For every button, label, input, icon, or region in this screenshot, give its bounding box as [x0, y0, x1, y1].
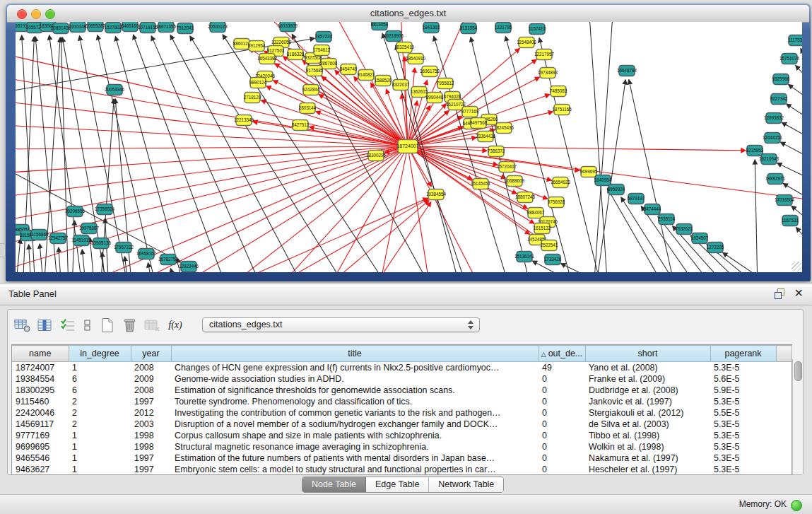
- graph-node[interactable]: 16033809: [278, 22, 298, 32]
- graph-edge[interactable]: [755, 160, 758, 272]
- table-cell[interactable]: 0: [539, 396, 585, 407]
- graph-node[interactable]: 1615132: [534, 223, 551, 234]
- table-cell[interactable]: 0: [539, 373, 585, 385]
- graph-node[interactable]: 1924507: [691, 233, 709, 244]
- table-row[interactable]: 1872400712008Changes of HCN gene express…: [12, 362, 792, 374]
- graph-node[interactable]: 19892971: [765, 174, 786, 185]
- graph-edge[interactable]: [16, 146, 408, 199]
- graph-node[interactable]: 7632621: [676, 224, 693, 235]
- graph-node[interactable]: 16543382: [257, 54, 278, 64]
- table-cell[interactable]: 2012: [131, 407, 171, 419]
- table-cell[interactable]: 1997: [131, 396, 171, 407]
- table-cell[interactable]: 5.3E-5: [710, 452, 776, 464]
- graph-node[interactable]: 2522541: [541, 240, 558, 251]
- table-cell[interactable]: 2: [69, 419, 131, 430]
- table-cell[interactable]: Wolkin et al. (1998): [585, 441, 710, 452]
- table-cell[interactable]: 5.6E-5: [710, 373, 776, 385]
- delete-table-button[interactable]: [121, 316, 139, 334]
- graph-node[interactable]: 12444151: [763, 133, 783, 144]
- table-cell[interactable]: 0: [539, 385, 585, 396]
- graph-node[interactable]: 8186328: [287, 49, 305, 60]
- graph-node[interactable]: 17957222: [114, 243, 134, 253]
- graph-node[interactable]: 18751165: [552, 105, 572, 115]
- table-cell[interactable]: 18300295: [12, 385, 69, 396]
- graph-node[interactable]: 6879197: [628, 194, 645, 204]
- create-table-button[interactable]: [98, 316, 117, 334]
- table-cell[interactable]: 9463627: [12, 464, 69, 475]
- graph-edge[interactable]: [408, 146, 489, 272]
- graph-edge[interactable]: [305, 200, 429, 272]
- column-header-short[interactable]: short: [585, 346, 710, 362]
- table-row[interactable]: 1456911722003Disruption of a novel membe…: [12, 419, 792, 430]
- graph-edge[interactable]: [796, 228, 802, 238]
- graph-node[interactable]: 15136141: [514, 252, 535, 262]
- table-cell[interactable]: 49: [539, 362, 585, 374]
- minimize-window-button[interactable]: [31, 9, 41, 19]
- graph-edge[interactable]: [82, 250, 86, 272]
- table-cell[interactable]: 1: [69, 441, 131, 452]
- table-cell[interactable]: Tourette syndrome. Phenomenology and cla…: [171, 396, 539, 407]
- graph-node[interactable]: 11548408: [517, 37, 536, 48]
- table-cell[interactable]: 6: [69, 385, 131, 396]
- graph-node[interactable]: 18245436: [494, 123, 514, 134]
- graph-node[interactable]: 8990448: [426, 93, 444, 103]
- table-cell[interactable]: 5.3E-5: [710, 441, 776, 452]
- graph-node[interactable]: 10655287: [86, 22, 106, 32]
- tab-network-table[interactable]: Network Table: [429, 477, 503, 492]
- table-cell[interactable]: 1: [69, 430, 131, 441]
- graph-node[interactable]: 20691406: [51, 23, 71, 34]
- table-row[interactable]: 969969511998Structural magnetic resonanc…: [12, 441, 792, 452]
- table-cell[interactable]: 14569117: [12, 419, 69, 430]
- table-cell[interactable]: 5.3E-5: [710, 419, 776, 430]
- graph-node[interactable]: 19218906: [384, 31, 404, 42]
- table-cell[interactable]: 5.3E-5: [710, 464, 776, 475]
- graph-node[interactable]: 1754612: [313, 45, 331, 56]
- graph-node[interactable]: 17359924: [95, 204, 115, 215]
- table-cell[interactable]: Tibbo et al. (1998): [585, 430, 710, 441]
- graph-node[interactable]: 9175685: [306, 66, 324, 76]
- graph-edge[interactable]: [115, 37, 185, 272]
- graph-edge[interactable]: [59, 247, 61, 272]
- graph-node[interactable]: 7857224: [315, 32, 333, 42]
- graph-node[interactable]: 7386372: [488, 146, 505, 157]
- graph-node[interactable]: 18300295: [366, 151, 387, 161]
- table-cell[interactable]: 1997: [131, 452, 171, 464]
- table-cell[interactable]: 9465546: [12, 452, 69, 464]
- graph-node[interactable]: 8322037: [392, 80, 410, 90]
- float-panel-icon[interactable]: [775, 288, 784, 298]
- graph-node[interactable]: 8454749: [340, 64, 358, 75]
- graph-node[interactable]: 8427512: [292, 120, 310, 131]
- table-cell[interactable]: 5.3E-5: [710, 396, 776, 407]
- table-cell[interactable]: 2008: [131, 362, 171, 374]
- left-panel-splitter-handle[interactable]: [0, 243, 6, 257]
- table-cell[interactable]: Corpus callosum shape and size in male p…: [171, 430, 539, 441]
- table-cell[interactable]: 22420046: [12, 407, 69, 419]
- window-titlebar[interactable]: citations_edges.txt: [7, 5, 809, 23]
- column-header-year[interactable]: year: [131, 346, 171, 362]
- graph-node[interactable]: 18724007: [396, 140, 418, 153]
- column-header-out-de-[interactable]: △out_de...: [539, 346, 585, 362]
- graph-node[interactable]: 1221795: [495, 23, 512, 33]
- select-all-button[interactable]: [59, 316, 77, 334]
- tab-node-table[interactable]: Node Table: [302, 477, 366, 492]
- table-cell[interactable]: 2008: [131, 385, 171, 396]
- graph-node[interactable]: 1527802: [105, 23, 122, 33]
- graph-node[interactable]: 15145451: [471, 179, 491, 189]
- choose-columns-button[interactable]: [36, 316, 54, 334]
- zoom-window-button[interactable]: [45, 9, 55, 19]
- column-header-pagerank[interactable]: pagerank: [710, 346, 776, 362]
- graph-node[interactable]: 7512041: [177, 23, 194, 34]
- table-cell[interactable]: 2: [69, 396, 131, 407]
- graph-edge[interactable]: [782, 122, 802, 136]
- graph-edge[interactable]: [780, 142, 802, 156]
- table-settings-button[interactable]: [13, 316, 32, 334]
- column-header-in-degree[interactable]: in_degree: [69, 346, 131, 362]
- graph-node[interactable]: 17016504: [775, 195, 795, 206]
- table-row[interactable]: 1830029562008Estimation of significance …: [12, 385, 792, 396]
- graph-node[interactable]: 19734893: [538, 68, 558, 78]
- table-cell[interactable]: 5.3E-5: [710, 362, 776, 374]
- table-cell[interactable]: 5.9E-5: [710, 385, 776, 396]
- table-cell[interactable]: de Silva et al. (2003): [585, 419, 710, 430]
- graph-node[interactable]: 1157413: [529, 24, 546, 35]
- graph-edge[interactable]: [170, 269, 177, 272]
